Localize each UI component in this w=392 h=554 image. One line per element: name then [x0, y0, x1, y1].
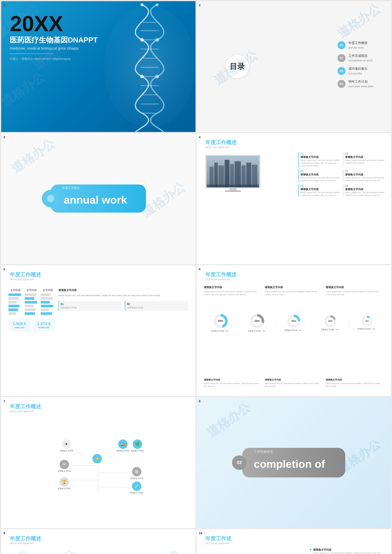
col-header-3: 文字内容 — [41, 288, 55, 292]
slide5-content: 文字内容 文字内容 文字内容 — [8, 288, 188, 331]
top-col-3-title: 请替换文字内容 — [326, 285, 384, 289]
slide-9: 9 年度工作概述 click to add caption text ✉ 点击添… — [1, 529, 196, 554]
note-1: 01 请您替换文字内容 — [58, 301, 122, 311]
svg-point-15 — [155, 38, 159, 42]
stat2-value: 3.374 k — [35, 321, 53, 326]
note2-text: 请您替换文字内容 — [127, 306, 187, 309]
toc-text-4: 明年工作计划 next year work plan — [348, 79, 373, 88]
card2-num: 02 — [345, 152, 385, 155]
col-header-1: 文字内容 — [8, 288, 22, 292]
slide5-text-area: 请替换文字内容 please replace text, click add r… — [58, 288, 188, 331]
donut-divider-4 — [349, 317, 349, 328]
card1-num: 01 — [301, 152, 341, 155]
toc-list: 01 年度工作概述 annual work 02 工作完成情况 completi… — [337, 41, 373, 92]
note2-num: 02 — [127, 303, 187, 306]
slide9-title: 年度工作概述 — [10, 535, 41, 542]
slide5-header: 年度工作概述 click to add caption text — [10, 271, 41, 281]
slide7-header: 年度工作概述 click to add caption text — [10, 403, 41, 413]
slide6-title: 年度工作概述 — [205, 271, 237, 278]
top-col-3-sub: Please replace text, click add relevant … — [326, 290, 384, 296]
icon-item-2: 🔍 点击添加文字内容 please replace text — [159, 551, 188, 554]
card3-desc: Please replace text, click add relevant … — [301, 176, 341, 182]
icon-diagram: ✈ 请替换文字内容 🚚 请替换文字内容 🌿 请替换文字内容 👁 请替换文字内容 … — [48, 437, 149, 502]
svg-text:30%: 30% — [254, 320, 260, 322]
icon-edit: 🖊 请替换文字内容 — [129, 482, 145, 494]
card6-num: 06 — [345, 184, 385, 187]
bottom-3-sub: please replace text, click add relevant … — [326, 382, 384, 387]
bottom-2-label: 请替换文字内容 — [265, 378, 323, 381]
top-col-1-sub: Please replace text, click add relevant … — [204, 290, 262, 296]
toc-text-2: 工作完成情况 completion of work — [348, 54, 373, 63]
bar-columns — [8, 293, 55, 315]
text-content-1: 请替换文字内容 please replace text, click add r… — [313, 548, 382, 554]
donut-1-label: 请替换文字内容（%） — [211, 330, 230, 332]
trophy-circle: 🏆 — [60, 477, 69, 487]
bar-col-1 — [8, 293, 22, 315]
author-text: 汇报人：道格办公 report person: dagebangong — [10, 57, 98, 61]
slide-num-3: 3 — [3, 135, 5, 139]
svg-rect-28 — [207, 185, 259, 187]
bar-1-2 — [8, 297, 19, 300]
icon-1-circle: ✉ — [18, 551, 28, 554]
svg-rect-26 — [246, 163, 251, 187]
note-2: 02 请您替换文字内容 — [125, 301, 188, 311]
text-area-title: 请替换文字内容 — [58, 288, 188, 292]
top-col-1-title: 请替换文字内容 — [204, 285, 262, 289]
leaf-label: 请替换文字内容 — [129, 450, 146, 452]
bottom-1-sub: please replace text, click add relevant … — [204, 382, 262, 387]
slide-num-7: 7 — [3, 399, 5, 403]
bar-2-3 — [25, 301, 37, 304]
stat1-value: 1.508 k — [11, 321, 28, 326]
toc-num-1: 01 — [337, 41, 345, 49]
top-col-1: 请替换文字内容 Please replace text, click add r… — [204, 285, 262, 296]
card2-label: 请替换文字内容 — [345, 155, 385, 159]
card6-label: 请替换文字内容 — [345, 187, 385, 191]
main-text: annual work — [64, 194, 127, 206]
monitor-container — [205, 155, 260, 192]
svg-point-16 — [140, 75, 144, 78]
slide-8: 8 道格办公 道格办公 02 工作完成情况 completion of — [197, 397, 391, 528]
card2-desc: Please replace text, click add relevant … — [345, 159, 385, 164]
bar-3-5 — [41, 308, 49, 311]
top-col-2-sub: Please replace text, click add relevant … — [265, 290, 323, 296]
slide-6: 6 年度工作概述 Click to add caption text 请替换文字… — [197, 265, 391, 396]
svg-point-14 — [140, 38, 144, 42]
year-text: 20XX — [10, 13, 98, 35]
icon-item-1: ✉ 点击添加文字内容 please replace text, click ad… — [8, 551, 37, 554]
slide10-header: 年度工作述 click to add caption text — [205, 535, 231, 545]
bottom-item-2: 请替换文字内容 please replace text, click add r… — [265, 378, 323, 387]
icon-2-circle: 🔍 — [169, 551, 179, 554]
card5-num: 05 — [301, 184, 341, 187]
donut-svg-4: 20% — [324, 315, 337, 328]
slide5-caption: click to add caption text — [10, 278, 41, 281]
bar-2-2 — [25, 297, 35, 300]
bar-1-4 — [8, 305, 20, 307]
stat-boxes: 1.508 k male user 3.374 k female user — [8, 319, 55, 331]
top-col-2: 请替换文字内容 Please replace text, click add r… — [265, 285, 323, 296]
dna-helix-graphic — [89, 1, 195, 132]
slide-4: 4 年度工作概述 click to add caption text — [197, 133, 391, 264]
toc-text-3: 成功项目展示 successful — [348, 67, 368, 75]
edit-label: 请替换文字内容 — [129, 492, 145, 494]
slide6-header: 年度工作概述 Click to add caption text — [205, 271, 237, 281]
donut-1: 45% 请替换文字内容（%） — [204, 313, 237, 332]
section-num-badge: 02 — [232, 455, 246, 470]
info-card-2: 02 请替换文字内容 Please replace text, click ad… — [343, 152, 385, 167]
slide-5: 5 年度工作概述 click to add caption text 文字内容 … — [1, 265, 196, 396]
toc-item-2: 02 工作完成情况 completion of work — [337, 54, 373, 63]
col-header-2: 文字内容 — [25, 288, 39, 292]
boxes-svg: 💎 📷 ⭐ 🔧 — [205, 549, 271, 554]
bar-3-3 — [41, 301, 50, 304]
donut-5-label: 请替换文字内容（%） — [357, 328, 376, 330]
trash-circle: 🗑 — [132, 467, 141, 476]
slide6-bottom: 请替换文字内容 please replace text, click add r… — [204, 378, 384, 387]
toc-text-1: 年度工作概述 annual work — [348, 41, 368, 50]
completion-pill-body: 工作完成情况 completion of — [242, 448, 345, 477]
donut-divider-2 — [275, 317, 276, 328]
stat-1: 1.508 k male user — [8, 319, 31, 331]
pill-icon-circle — [42, 190, 59, 207]
slide5-title: 年度工作概述 — [10, 271, 41, 278]
svg-point-17 — [155, 75, 159, 78]
slide7-caption: click to add caption text — [10, 410, 41, 413]
top-col-2-title: 请替换文字内容 — [265, 285, 323, 289]
